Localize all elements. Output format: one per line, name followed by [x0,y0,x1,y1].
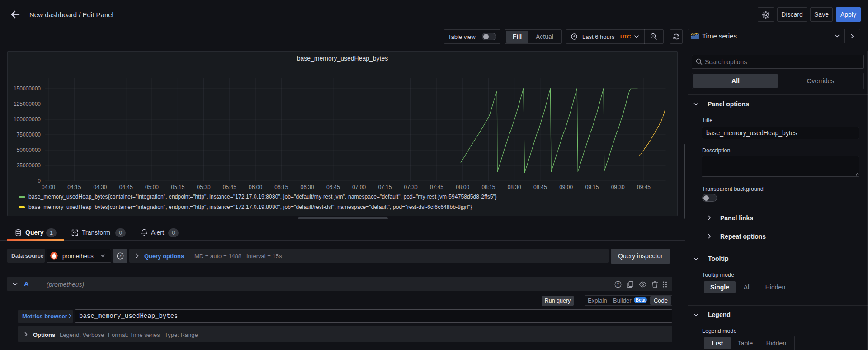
svg-text:06:15: 06:15 [274,184,288,190]
svg-text:08:15: 08:15 [481,184,495,190]
svg-text:07:45: 07:45 [430,184,443,190]
svg-text:08:30: 08:30 [508,184,521,190]
svg-text:100000000: 100000000 [14,116,41,123]
svg-text:04:00: 04:00 [42,184,55,190]
svg-text:05:15: 05:15 [171,184,184,190]
svg-text:08:00: 08:00 [456,184,469,190]
svg-text:09:00: 09:00 [559,184,573,190]
svg-text:09:15: 09:15 [585,184,599,190]
svg-text:06:00: 06:00 [249,184,262,190]
svg-text:04:15: 04:15 [67,184,81,190]
svg-text:06:30: 06:30 [301,184,314,190]
svg-text:05:45: 05:45 [223,184,236,190]
svg-text:04:30: 04:30 [93,184,107,190]
svg-text:08:45: 08:45 [533,184,547,190]
svg-text:0: 0 [38,178,41,184]
svg-text:07:15: 07:15 [378,184,392,190]
svg-text:125000000: 125000000 [14,101,41,107]
svg-text:05:30: 05:30 [197,184,211,190]
svg-text:09:30: 09:30 [611,184,625,190]
svg-text:07:30: 07:30 [404,184,418,190]
svg-text:04:45: 04:45 [119,184,133,190]
svg-text:?: ? [617,282,619,287]
svg-text:06:45: 06:45 [326,184,340,190]
svg-text:?: ? [119,253,122,258]
svg-text:50000000: 50000000 [17,147,41,153]
svg-text:05:00: 05:00 [145,184,159,190]
svg-text:07:00: 07:00 [352,184,366,190]
svg-text:25000000: 25000000 [17,162,41,169]
svg-text:150000000: 150000000 [14,85,41,92]
svg-text:75000000: 75000000 [17,132,41,138]
svg-text:09:45: 09:45 [637,184,651,190]
